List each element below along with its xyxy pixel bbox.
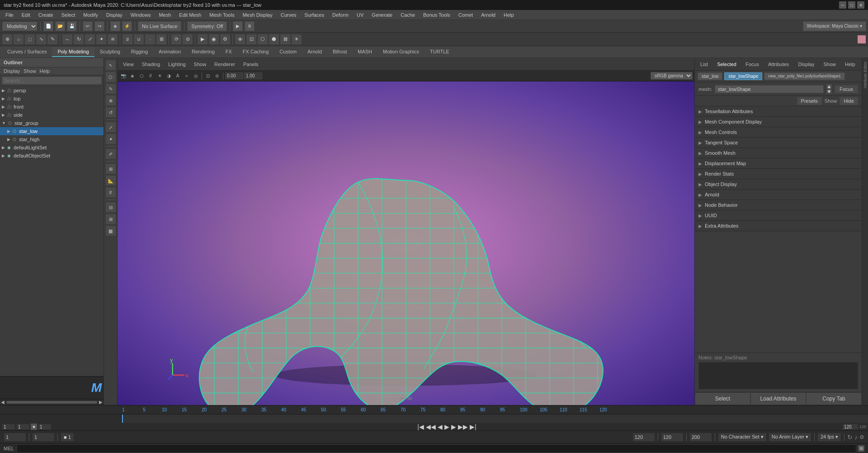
rph-help[interactable]: Help <box>842 61 858 68</box>
outliner-item-side[interactable]: ▶ 🎥 side <box>0 111 104 119</box>
vp-isolate-icon[interactable]: ⊡ <box>204 72 212 80</box>
rph-attributes[interactable]: Attributes <box>765 61 792 68</box>
lasso-btn[interactable]: ∿ <box>36 34 47 45</box>
tab-fx-caching[interactable]: FX Caching <box>237 47 274 57</box>
rph-show[interactable]: Show <box>821 61 839 68</box>
lt-measure-btn[interactable]: 📐 <box>105 175 116 186</box>
vp-value2-input[interactable] <box>244 72 262 79</box>
rotate-btn[interactable]: ↻ <box>73 34 84 45</box>
load-attributes-button[interactable]: Load Attributes <box>750 392 806 405</box>
outliner-item-star-high[interactable]: ▶ ⬡ star_high <box>0 135 104 143</box>
attr-section-uuid-header[interactable]: ▶ UUID <box>695 210 862 220</box>
frame-current-input[interactable] <box>16 424 30 430</box>
attr-section-node-behavior-header[interactable]: ▶ Node Behavior <box>695 200 862 210</box>
tab-curves-surfaces[interactable]: Curves / Surfaces <box>2 47 52 57</box>
menu-select[interactable]: Select <box>58 11 79 19</box>
mesh-arrow-up[interactable]: ▲ <box>826 84 832 89</box>
tab-sculpting[interactable]: Sculpting <box>94 47 126 57</box>
rph-list[interactable]: List <box>698 61 711 68</box>
gamma-select[interactable]: sRGB gamma <box>651 72 693 80</box>
attr-section-displacement-header[interactable]: ▶ Displacement Map <box>695 158 862 168</box>
menu-arnold[interactable]: Arnold <box>477 11 499 19</box>
mesh-arrow-down[interactable]: ▼ <box>826 89 832 94</box>
viewport-renderer-menu[interactable]: Renderer <box>212 61 238 68</box>
menu-modify[interactable]: Modify <box>80 11 101 19</box>
maximize-button[interactable]: □ <box>848 1 855 9</box>
viewport-shading-menu[interactable]: Shading <box>139 61 163 68</box>
tab-custom[interactable]: Custom <box>274 47 302 57</box>
select-tool-btn[interactable]: ◈ <box>110 21 120 31</box>
lt-paint-btn[interactable]: ✎ <box>105 83 116 94</box>
timeline-scrubber[interactable] <box>122 415 868 423</box>
sb-no-anim-layer[interactable]: No Anim Layer ▾ <box>769 433 811 442</box>
outliner-item-default-object-set[interactable]: ▶ ◉ defaultObjectSet <box>0 152 104 160</box>
menu-edit[interactable]: Edit <box>18 11 34 19</box>
menu-deform[interactable]: Deform <box>329 11 352 19</box>
sb-frame3-field[interactable]: ■ 1 <box>61 433 74 442</box>
move-btn[interactable]: ↔ <box>62 34 73 45</box>
soft-mod-btn[interactable]: ≋ <box>107 34 118 45</box>
next-frame-btn[interactable]: ▶ <box>451 423 456 430</box>
menu-mesh-tools[interactable]: Mesh Tools <box>206 11 238 19</box>
viewport-lighting-menu[interactable]: Lighting <box>165 61 189 68</box>
menu-edit-mesh[interactable]: Edit Mesh <box>175 11 205 19</box>
tab-fx[interactable]: FX <box>220 47 237 57</box>
tab-poly-modeling[interactable]: Poly Modeling <box>52 47 94 57</box>
vp-mo-blur-icon[interactable]: ≈ <box>183 72 191 80</box>
attr-section-object-display-header[interactable]: ▶ Object Display <box>695 179 862 189</box>
node-tab-poly-surface[interactable]: new_star_poly_file1:polySurfaceShape1 <box>764 72 845 80</box>
tab-rendering[interactable]: Rendering <box>186 47 220 57</box>
menu-file[interactable]: File <box>2 11 17 19</box>
construction-history-btn[interactable]: ⟳ <box>171 34 182 45</box>
play-btn[interactable]: ▶ <box>444 423 449 430</box>
sb-range-end2-input[interactable] <box>661 433 684 442</box>
lt-universal-btn[interactable]: ✦ <box>105 134 116 144</box>
sb-loop-btn[interactable]: ↻ <box>847 434 853 441</box>
vp-camera-icon[interactable]: 📷 <box>119 72 127 80</box>
isolate-btn[interactable]: ⊡ <box>246 34 257 45</box>
sb-frame2-input[interactable] <box>32 433 55 442</box>
show-hide-btn[interactable]: 👁 <box>235 34 245 45</box>
snap-grid-btn[interactable]: # <box>122 34 133 45</box>
outliner-display-menu[interactable]: Display <box>4 68 20 74</box>
select-comp-btn[interactable]: □ <box>24 34 35 45</box>
ipr-btn[interactable]: ◉ <box>208 34 219 45</box>
viewport-show-menu[interactable]: Show <box>191 61 209 68</box>
tab-rigging[interactable]: Rigging <box>126 47 153 57</box>
attr-section-arnold-header[interactable]: ▶ Arnold <box>695 190 862 200</box>
focus-button[interactable]: Focus <box>835 85 858 93</box>
new-scene-btn[interactable]: 📄 <box>43 21 53 31</box>
menu-comet[interactable]: Comet <box>455 11 476 19</box>
textured-btn[interactable]: ⊠ <box>280 34 291 45</box>
attr-tab-strip-label[interactable]: Attribute Editor <box>863 60 868 91</box>
menu-windows[interactable]: Windows <box>127 11 155 19</box>
select-button[interactable]: Select <box>695 392 750 405</box>
outliner-item-top[interactable]: ▶ 🎥 top <box>0 95 104 103</box>
snap-curve-btn[interactable]: ∪ <box>133 34 144 45</box>
attr-section-smooth-mesh-header[interactable]: ▶ Smooth Mesh <box>695 148 862 158</box>
sb-no-char-set[interactable]: No Character Set ▾ <box>718 433 767 442</box>
rph-selected[interactable]: Selected <box>714 61 739 68</box>
lt-layout-btn[interactable]: ⊟ <box>105 202 116 213</box>
no-live-surface-btn[interactable]: No Live Surface <box>138 21 181 31</box>
render-current-btn[interactable]: ▶ <box>197 34 208 45</box>
lt-annotate-btn[interactable]: ✐ <box>105 148 116 159</box>
lt-panels-btn[interactable]: ▦ <box>105 225 116 236</box>
viewport-view-menu[interactable]: View <box>120 61 137 68</box>
sb-settings-btn[interactable]: ⚙ <box>859 434 864 440</box>
vp-grid-icon[interactable]: # <box>146 72 155 80</box>
presets-button[interactable]: Presets <box>797 97 822 105</box>
lt-snap-btn[interactable]: ⊞ <box>105 163 116 174</box>
attr-section-tangent-header[interactable]: ▶ Tangent Space <box>695 138 862 148</box>
tab-motion-graphics[interactable]: Motion Graphics <box>377 47 425 57</box>
hide-button[interactable]: Hide <box>840 97 858 105</box>
menu-cache[interactable]: Cache <box>397 11 419 19</box>
menu-create[interactable]: Create <box>35 11 57 19</box>
lt-lasso-btn[interactable]: ⬡ <box>105 72 116 82</box>
notes-textarea[interactable] <box>698 362 858 389</box>
attr-section-mesh-controls-header[interactable]: ▶ Mesh Controls <box>695 127 862 137</box>
render-settings-btn[interactable]: ⚙ <box>220 34 231 45</box>
node-tab-star-low[interactable]: star_low <box>698 72 722 80</box>
prev-frame-btn[interactable]: ◀ <box>438 423 443 430</box>
sb-frame-input[interactable] <box>4 433 26 442</box>
